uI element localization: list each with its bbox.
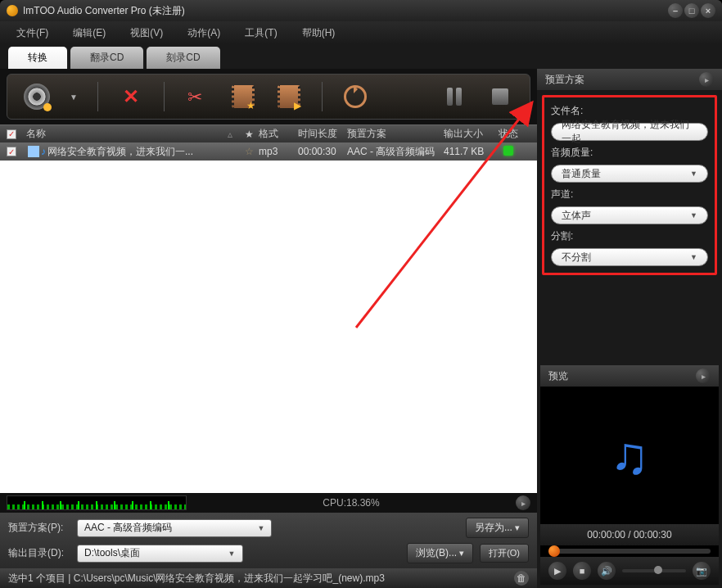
music-icon: ♫ — [610, 425, 649, 486]
preset-panel: 文件名: 网络安全教育视频，进来我们一起 音频质量: 普通质量 声道: 立体声 … — [542, 95, 717, 275]
cpu-text: CPU:18.36% — [323, 497, 379, 509]
preset-panel-toggle[interactable]: ▸ — [699, 72, 714, 87]
titlebar[interactable]: ImTOO Audio Converter Pro (未注册) – □ × — [0, 0, 722, 21]
preview-time: 00:00:00 / 00:00:30 — [540, 524, 719, 545]
menu-tools[interactable]: 工具(T) — [245, 26, 277, 40]
preset-select[interactable]: AAC - 高级音频编码 — [77, 519, 272, 537]
tab-burn[interactable]: 刻录CD — [147, 47, 219, 69]
preview-title: 预览 — [548, 369, 568, 383]
reload-icon — [344, 85, 367, 108]
music-note-icon: ♪ — [41, 146, 46, 157]
file-icon — [28, 146, 39, 157]
row-preset: AAC - 高级音频编码 — [347, 145, 444, 159]
menu-help[interactable]: 帮助(H) — [302, 26, 336, 40]
row-size: 411.7 KB — [444, 146, 493, 157]
stop-preview-button[interactable]: ■ — [573, 562, 591, 580]
cut-button[interactable] — [184, 84, 210, 110]
row-format: mp3 — [259, 146, 298, 157]
cpu-bar: CPU:18.36% ▸ — [0, 493, 537, 513]
merge-button[interactable] — [276, 84, 302, 110]
preset-panel-header: 预置方案 ▸ — [537, 69, 722, 90]
list-header: ✓ 名称 ▵ ★ 格式 时间长度 预置方案 输出大小 状态 — [0, 124, 537, 142]
row-checkbox[interactable]: ✓ — [7, 147, 16, 156]
file-list[interactable]: ✓ ♪ 网络安全教育视频，进来我们一... ☆ mp3 00:00:30 AAC… — [0, 142, 537, 493]
filename-label: 文件名: — [551, 104, 708, 118]
list-item[interactable]: ✓ ♪ 网络安全教育视频，进来我们一... ☆ mp3 00:00:30 AAC… — [0, 142, 537, 161]
tab-rip[interactable]: 翻录CD — [70, 47, 143, 69]
col-star[interactable]: ★ — [239, 129, 259, 140]
stop-button[interactable] — [487, 84, 513, 110]
disc-icon — [24, 84, 50, 110]
menu-action[interactable]: 动作(A) — [187, 26, 220, 40]
menu-view[interactable]: 视图(V) — [130, 26, 163, 40]
split-label: 分割: — [551, 229, 708, 243]
preview-progress[interactable] — [548, 549, 711, 554]
volume-button[interactable]: 🔊 — [598, 562, 616, 580]
file-name: 网络安全教育视频，进来我们一... — [47, 145, 193, 159]
menu-file[interactable]: 文件(F) — [16, 26, 48, 40]
film-star-icon — [232, 85, 255, 108]
stop-icon — [492, 88, 508, 105]
sort-indicator[interactable]: ▵ — [228, 129, 239, 140]
save-as-button[interactable]: 另存为... ▾ — [466, 518, 529, 538]
status-ready-icon — [503, 146, 513, 156]
progress-knob[interactable] — [548, 545, 560, 557]
col-format[interactable]: 格式 — [259, 127, 298, 141]
row-star[interactable]: ☆ — [239, 146, 259, 157]
maximize-button[interactable]: □ — [684, 3, 699, 18]
preset-panel-title: 预置方案 — [545, 73, 584, 87]
volume-slider[interactable] — [622, 569, 686, 572]
divider — [97, 82, 98, 111]
quality-select[interactable]: 普通质量 — [551, 165, 708, 183]
app-icon — [7, 5, 18, 16]
pause-button[interactable] — [441, 84, 467, 110]
divider — [322, 82, 323, 111]
tabs: 转换 翻录CD 刻录CD — [0, 44, 722, 69]
preview-area: ♫ — [540, 387, 719, 524]
effects-button[interactable] — [230, 84, 256, 110]
output-label: 输出目录(D): — [8, 546, 70, 560]
trash-button[interactable]: 🗑 — [514, 571, 529, 586]
convert-button[interactable] — [342, 84, 368, 110]
close-button[interactable]: × — [701, 3, 715, 18]
tab-convert[interactable]: 转换 — [8, 47, 67, 69]
x-icon: ✕ — [123, 85, 139, 108]
bottom-panel: 预置方案(P): AAC - 高级音频编码 另存为... ▾ 输出目录(D): … — [0, 513, 537, 568]
menubar: 文件(F) 编辑(E) 视图(V) 动作(A) 工具(T) 帮助(H) — [0, 21, 722, 44]
col-preset[interactable]: 预置方案 — [347, 127, 444, 141]
pause-icon — [447, 88, 462, 106]
preset-label: 预置方案(P): — [8, 521, 70, 535]
quality-label: 音频质量: — [551, 146, 708, 160]
open-button[interactable]: 打开(O) — [480, 544, 529, 563]
cpu-graph — [7, 495, 187, 510]
film-arrow-icon — [278, 85, 300, 108]
delete-button[interactable]: ✕ — [118, 84, 144, 110]
statusbar: 选中1 个项目 | C:\Users\pc\Music\网络安全教育视频，进来我… — [0, 568, 537, 588]
preview-panel: 预览 ▸ ♫ 00:00:00 / 00:00:30 ▶ ■ 🔊 📷 — [540, 365, 719, 585]
browse-button[interactable]: 浏览(B)... ▾ — [407, 543, 473, 563]
output-dir-select[interactable]: D:\tools\桌面 — [77, 545, 243, 563]
col-status[interactable]: 状态 — [493, 127, 524, 141]
row-duration: 00:00:30 — [298, 146, 347, 157]
channel-select[interactable]: 立体声 — [551, 206, 708, 224]
cpu-toggle[interactable]: ▸ — [516, 495, 530, 510]
minimize-button[interactable]: – — [668, 3, 683, 18]
play-button[interactable]: ▶ — [548, 562, 566, 580]
split-select[interactable]: 不分割 — [551, 248, 708, 266]
toolbar: ▼ ✕ — [7, 74, 530, 120]
snapshot-button[interactable]: 📷 — [693, 562, 711, 580]
menu-edit[interactable]: 编辑(E) — [73, 26, 106, 40]
status-text: 选中1 个项目 | C:\Users\pc\Music\网络安全教育视频，进来我… — [8, 572, 385, 586]
col-name[interactable]: 名称 — [23, 127, 228, 141]
volume-knob[interactable] — [654, 566, 662, 574]
play-controls: ▶ ■ 🔊 📷 — [540, 557, 719, 585]
filename-input[interactable]: 网络安全教育视频，进来我们一起 — [551, 123, 708, 141]
window-title: ImTOO Audio Converter Pro (未注册) — [23, 4, 668, 18]
scissor-icon — [187, 87, 207, 106]
col-size[interactable]: 输出大小 — [444, 127, 493, 141]
col-duration[interactable]: 时间长度 — [298, 127, 347, 141]
preview-toggle[interactable]: ▸ — [696, 369, 711, 383]
divider — [164, 82, 165, 111]
add-files-button[interactable] — [24, 84, 50, 110]
select-all-checkbox[interactable]: ✓ — [7, 129, 16, 139]
